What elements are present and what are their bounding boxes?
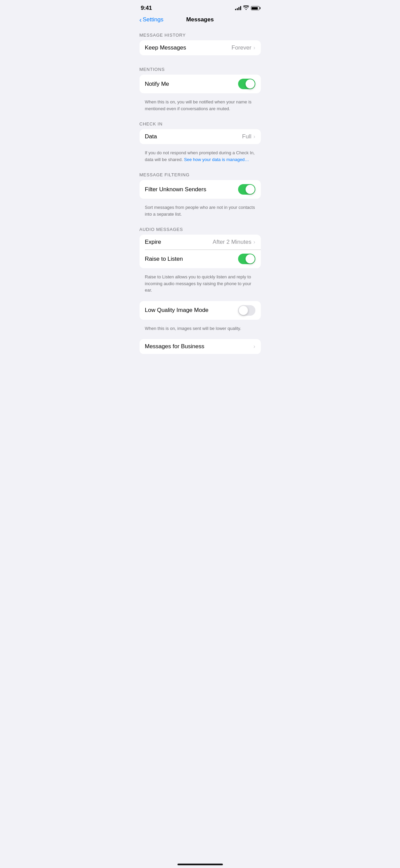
- nav-header: ‹ Settings Messages: [134, 14, 266, 27]
- filter-unknown-senders-toggle[interactable]: [238, 184, 255, 195]
- check-in-description: If you do not respond when prompted duri…: [140, 147, 261, 167]
- status-time: 9:41: [141, 5, 152, 12]
- message-history-card: Keep Messages Forever ›: [140, 40, 261, 55]
- low-quality-image-label: Low Quality Image Mode: [145, 307, 209, 314]
- expire-value: After 2 Minutes ›: [213, 239, 255, 245]
- filter-unknown-senders-label: Filter Unknown Senders: [145, 186, 206, 193]
- notify-me-row[interactable]: Notify Me: [140, 75, 261, 93]
- toggle-thumb: [246, 79, 255, 88]
- section-header-mentions: MENTIONS: [134, 61, 266, 75]
- messages-for-business-card: Messages for Business ›: [140, 339, 261, 354]
- battery-icon: [251, 6, 259, 10]
- messages-for-business-row[interactable]: Messages for Business ›: [140, 339, 261, 354]
- low-quality-image-description: When this is on, images sent will be low…: [140, 322, 261, 336]
- keep-messages-row[interactable]: Keep Messages Forever ›: [140, 40, 261, 55]
- message-filtering-card: Filter Unknown Senders: [140, 180, 261, 199]
- chevron-right-icon: ›: [253, 343, 255, 350]
- back-label: Settings: [143, 16, 163, 23]
- chevron-right-icon: ›: [253, 134, 255, 140]
- message-filtering-description: Sort messages from people who are not in…: [140, 201, 261, 221]
- signal-icon: [235, 6, 241, 10]
- low-quality-image-toggle[interactable]: [238, 305, 255, 316]
- toggle-thumb: [246, 254, 255, 263]
- data-row[interactable]: Data Full ›: [140, 129, 261, 144]
- keep-messages-label: Keep Messages: [145, 44, 186, 51]
- messages-for-business-value: ›: [253, 343, 255, 350]
- filter-unknown-senders-row[interactable]: Filter Unknown Senders: [140, 180, 261, 199]
- status-bar: 9:41: [134, 0, 266, 14]
- page-title: Messages: [186, 16, 214, 23]
- section-header-check-in: CHECK IN: [134, 116, 266, 129]
- wifi-icon: [243, 5, 249, 11]
- chevron-right-icon: ›: [253, 239, 255, 245]
- data-label: Data: [145, 133, 157, 140]
- expire-row[interactable]: Expire After 2 Minutes ›: [140, 235, 261, 250]
- section-header-message-filtering: MESSAGE FILTERING: [134, 167, 266, 180]
- toggle-thumb: [246, 185, 255, 194]
- notify-me-label: Notify Me: [145, 81, 169, 87]
- expire-label: Expire: [145, 239, 161, 245]
- see-how-link[interactable]: See how your data is managed…: [184, 157, 249, 162]
- mentions-description: When this is on, you will be notified wh…: [140, 96, 261, 116]
- audio-messages-card: Expire After 2 Minutes › Raise to Listen: [140, 235, 261, 268]
- low-quality-image-card: Low Quality Image Mode: [140, 301, 261, 320]
- status-icons: [235, 5, 259, 11]
- section-header-message-history: MESSAGE HISTORY: [134, 27, 266, 40]
- messages-for-business-label: Messages for Business: [145, 343, 205, 350]
- section-header-audio-messages: AUDIO MESSAGES: [134, 221, 266, 235]
- mentions-card: Notify Me: [140, 75, 261, 93]
- toggle-thumb: [239, 306, 248, 315]
- keep-messages-value: Forever ›: [232, 44, 255, 51]
- check-in-card: Data Full ›: [140, 129, 261, 144]
- back-button[interactable]: ‹ Settings: [140, 16, 164, 23]
- audio-messages-description: Raise to Listen allows you to quickly li…: [140, 271, 261, 298]
- raise-to-listen-label: Raise to Listen: [145, 256, 183, 262]
- raise-to-listen-row[interactable]: Raise to Listen: [140, 250, 261, 268]
- back-chevron-icon: ‹: [140, 16, 142, 23]
- notify-me-toggle[interactable]: [238, 79, 255, 89]
- settings-content: MESSAGE HISTORY Keep Messages Forever › …: [134, 27, 266, 370]
- chevron-right-icon: ›: [253, 45, 255, 51]
- raise-to-listen-toggle[interactable]: [238, 254, 255, 264]
- data-value: Full ›: [242, 133, 255, 140]
- low-quality-image-row[interactable]: Low Quality Image Mode: [140, 301, 261, 320]
